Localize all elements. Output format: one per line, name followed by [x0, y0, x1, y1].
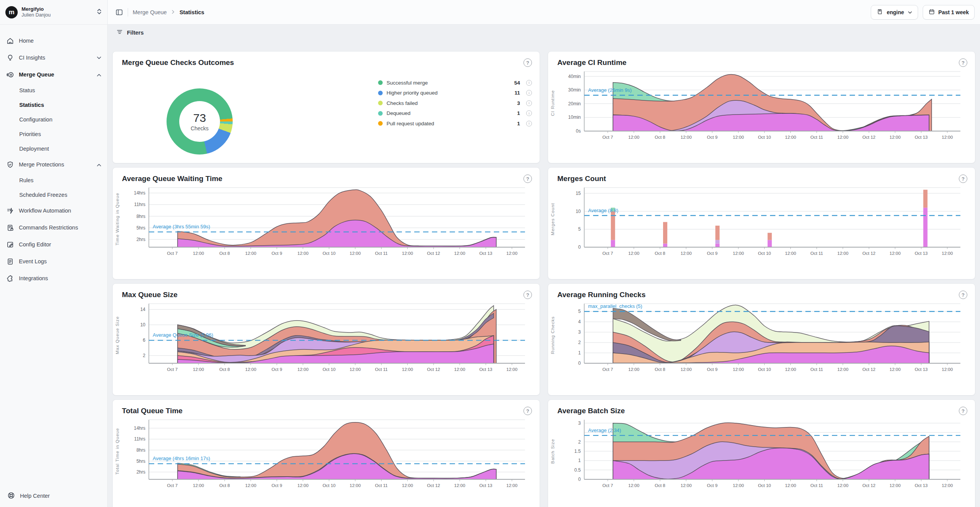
- sidebar-item-event-logs[interactable]: Event Logs: [0, 253, 107, 270]
- help-circle-icon[interactable]: ?: [523, 291, 532, 299]
- repository-select[interactable]: engine: [871, 5, 918, 20]
- svg-text:Oct 13: Oct 13: [479, 483, 492, 488]
- sidebar-item-commands-restrictions[interactable]: Commands Restrictions: [0, 219, 107, 236]
- sidebar-item-label: Config Editor: [19, 241, 101, 248]
- sidebar-item-config-editor[interactable]: Config Editor: [0, 236, 107, 253]
- card-max-queue-size: Max Queue Size ? Max Queue Size 261014Oc…: [112, 283, 540, 396]
- sidebar-item-configuration[interactable]: Configuration: [0, 112, 107, 127]
- svg-text:Oct 12: Oct 12: [862, 483, 875, 488]
- card-average-batch-size: Average Batch Size ? Batch Size 00.511.5…: [548, 399, 975, 507]
- sidebar-item-label: Merge Queue: [19, 71, 92, 78]
- svg-text:30min: 30min: [568, 87, 581, 93]
- legend-value: 1: [517, 121, 520, 126]
- legend-item-pull-request-updated[interactable]: Pull request updated 1 i: [378, 118, 532, 129]
- legend-label: Checks failed: [387, 100, 513, 106]
- total-queue-time-chart: 2hrs5hrs8hrs11hrs14hrsOct 712:00Oct 812:…: [121, 416, 531, 492]
- card-total-queue-time: Total Queue Time ? Total Time in Queue 2…: [112, 399, 540, 507]
- help-circle-icon[interactable]: ?: [523, 58, 532, 67]
- svg-text:Oct 10: Oct 10: [323, 483, 336, 488]
- sidebar: m Mergifyio Julien Danjou HomeCI Insight…: [0, 0, 108, 507]
- svg-text:Oct 10: Oct 10: [758, 251, 771, 256]
- mq-icon: [6, 71, 14, 79]
- legend-item-successful-merge[interactable]: Successful merge 54 i: [378, 78, 532, 88]
- svg-text:Oct 8: Oct 8: [655, 483, 665, 488]
- svg-text:12:00: 12:00: [628, 251, 640, 256]
- help-circle-icon[interactable]: ?: [523, 175, 532, 183]
- org-switcher[interactable]: m Mergifyio Julien Danjou: [0, 0, 107, 25]
- sidebar-item-ci-insights[interactable]: CI Insights: [0, 49, 107, 66]
- y-axis-label: Running Checks: [550, 308, 555, 362]
- info-icon[interactable]: i: [526, 110, 532, 116]
- sidebar-item-priorities[interactable]: Priorities: [0, 127, 107, 141]
- svg-text:10: 10: [576, 209, 581, 214]
- info-icon[interactable]: i: [526, 80, 532, 86]
- svg-text:12:00: 12:00: [350, 483, 361, 488]
- legend-item-dequeued[interactable]: Dequeued 1 i: [378, 108, 532, 119]
- svg-text:Oct 11: Oct 11: [810, 135, 823, 140]
- svg-text:Oct 12: Oct 12: [427, 483, 440, 488]
- svg-text:Average (2.34): Average (2.34): [588, 427, 621, 433]
- help-circle-icon[interactable]: ?: [959, 58, 967, 67]
- time-range-button[interactable]: Past 1 week: [923, 5, 975, 20]
- info-icon[interactable]: i: [526, 90, 532, 96]
- svg-text:12:00: 12:00: [733, 367, 744, 372]
- sidebar-toggle-icon[interactable]: [115, 8, 123, 16]
- sidebar-item-scheduled-freezes[interactable]: Scheduled Freezes: [0, 188, 107, 202]
- svg-text:Oct 11: Oct 11: [810, 367, 823, 372]
- legend-dot: [378, 111, 383, 116]
- svg-text:12:00: 12:00: [628, 483, 640, 488]
- svg-text:12:00: 12:00: [245, 483, 257, 488]
- org-avatar: m: [5, 6, 18, 18]
- svg-text:12:00: 12:00: [785, 135, 796, 140]
- breadcrumb-parent[interactable]: Merge Queue: [133, 9, 167, 15]
- svg-text:12:00: 12:00: [890, 135, 901, 140]
- info-icon[interactable]: i: [526, 121, 532, 126]
- svg-text:12:00: 12:00: [942, 135, 953, 140]
- sidebar-item-rules[interactable]: Rules: [0, 173, 107, 188]
- sidebar-nav: HomeCI InsightsMerge QueueStatusStatisti…: [0, 25, 107, 287]
- svg-text:Oct 10: Oct 10: [758, 135, 771, 140]
- svg-text:12:00: 12:00: [785, 251, 796, 256]
- svg-text:Oct 12: Oct 12: [862, 135, 875, 140]
- svg-text:0: 0: [578, 477, 581, 482]
- card-title: Average Batch Size: [557, 407, 625, 415]
- svg-text:8hrs: 8hrs: [137, 214, 145, 219]
- svg-text:Oct 8: Oct 8: [219, 251, 230, 256]
- svg-text:12:00: 12:00: [837, 135, 848, 140]
- svg-text:12:00: 12:00: [245, 367, 257, 372]
- legend-item-checks-failed[interactable]: Checks failed 3 i: [378, 98, 532, 108]
- svg-text:Oct 13: Oct 13: [915, 483, 928, 488]
- svg-text:Oct 9: Oct 9: [272, 367, 282, 372]
- home-icon: [6, 37, 14, 45]
- y-axis-label: Max Queue Size: [115, 308, 120, 362]
- help-circle-icon[interactable]: ?: [959, 407, 967, 415]
- sidebar-item-integrations[interactable]: Integrations: [0, 270, 107, 287]
- filters-button[interactable]: Filters: [108, 25, 980, 41]
- svg-text:Oct 12: Oct 12: [862, 367, 875, 372]
- sidebar-item-merge-protections[interactable]: Merge Protections: [0, 156, 107, 173]
- sidebar-item-help-center[interactable]: Help Center: [0, 485, 107, 507]
- sidebar-item-status[interactable]: Status: [0, 83, 107, 98]
- svg-text:6: 6: [143, 337, 145, 343]
- svg-text:12:00: 12:00: [890, 483, 901, 488]
- org-user: Julien Danjou: [22, 12, 93, 18]
- info-icon[interactable]: i: [526, 100, 532, 106]
- svg-text:40min: 40min: [568, 74, 581, 79]
- sidebar-item-deployment[interactable]: Deployment: [0, 141, 107, 156]
- svg-text:5: 5: [578, 226, 581, 232]
- help-circle-icon[interactable]: ?: [959, 175, 967, 183]
- legend-item-higher-priority-queued[interactable]: Higher priority queued 11 i: [378, 88, 532, 98]
- donut-caption: Checks: [191, 125, 209, 131]
- sidebar-item-home[interactable]: Home: [0, 32, 107, 49]
- help-circle-icon[interactable]: ?: [959, 291, 967, 299]
- sidebar-item-statistics[interactable]: Statistics: [0, 98, 107, 112]
- sidebar-item-merge-queue[interactable]: Merge Queue: [0, 66, 107, 83]
- svg-text:12:00: 12:00: [454, 251, 465, 256]
- svg-text:Oct 10: Oct 10: [323, 367, 336, 372]
- svg-text:Oct 8: Oct 8: [655, 367, 665, 372]
- svg-text:12:00: 12:00: [297, 483, 308, 488]
- svg-text:12:00: 12:00: [942, 483, 953, 488]
- svg-text:12:00: 12:00: [245, 251, 257, 256]
- help-circle-icon[interactable]: ?: [523, 407, 532, 415]
- sidebar-item-workflow-automation[interactable]: Workflow Automation: [0, 202, 107, 219]
